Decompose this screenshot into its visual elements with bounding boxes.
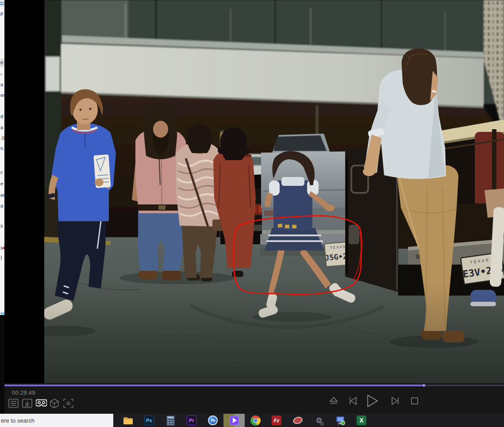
text-fragment: e [0, 181, 3, 186]
chrome-button[interactable] [245, 414, 266, 427]
text-fragment: e [0, 60, 3, 65]
eject-button[interactable] [326, 394, 341, 408]
text-fragment: d [0, 114, 3, 119]
video-viewport[interactable]: TEXAS J5G•201 [44, 0, 504, 383]
file-explorer-button[interactable] [117, 414, 139, 427]
text-fragment: n. [0, 146, 4, 151]
text-fragment: a [0, 204, 3, 208]
my-computer-button[interactable] [330, 414, 351, 427]
movies-and-tv-icon [230, 416, 239, 425]
player-controls: 00:29:49 [4, 383, 504, 414]
gears-icon: ⚙⚙ [314, 415, 324, 426]
previous-button[interactable] [346, 394, 361, 408]
photoshop-icon: Ps [144, 415, 154, 425]
3d-cube-button[interactable] [49, 398, 61, 409]
stop-button[interactable] [407, 394, 422, 408]
media-cutter-icon: ✂ [293, 415, 303, 426]
movies-and-tv-button[interactable] [223, 414, 245, 427]
text-fragment: s [0, 223, 3, 228]
vignette [44, 283, 504, 383]
document-icon [0, 1, 4, 6]
text-fragment: er [0, 193, 4, 198]
next-button[interactable] [388, 394, 403, 408]
timestamp: 00:29:49 [12, 390, 35, 396]
yu-downloader-icon: Yu [208, 415, 218, 425]
folder-icon [123, 415, 133, 426]
progress-bar[interactable] [4, 385, 504, 386]
gears-utility-button[interactable]: ⚙⚙ [308, 414, 330, 427]
premiere-pro-icon: Pr [187, 415, 196, 425]
text-fragment: er [0, 93, 4, 98]
filezilla-icon: Fz [272, 415, 281, 425]
text-fragment: c [0, 170, 3, 175]
progress-playhead[interactable] [423, 384, 425, 387]
calculator-icon [165, 415, 176, 426]
background-window-sliver: p e › a er d a .0 n. c e er a s s ) em [0, 0, 4, 414]
focus-frame-button[interactable] [62, 398, 74, 409]
progress-fill [4, 385, 424, 386]
playlist-button[interactable] [8, 398, 19, 409]
filezilla-button[interactable]: Fz [266, 414, 287, 427]
excel-button[interactable]: X [351, 414, 372, 427]
media-cutter-button[interactable]: ✂ [287, 414, 308, 427]
search-input[interactable]: ere to search [0, 414, 113, 427]
calculator-button[interactable] [160, 414, 181, 427]
taskbar-apps: Ps Pr Yu [117, 414, 372, 427]
play-button[interactable] [365, 394, 380, 408]
photoshop-button[interactable]: Ps [139, 414, 160, 427]
yu-downloader-button[interactable]: Yu [202, 414, 223, 427]
media-player-window: TEXAS J5G•201 [4, 0, 504, 414]
text-fragment: › [0, 72, 2, 77]
text-fragment: p [0, 11, 3, 16]
download-button[interactable] [21, 398, 33, 409]
text-fragment: ) [0, 255, 2, 260]
movie-frame: TEXAS J5G•201 [44, 0, 504, 383]
premiere-pro-button[interactable]: Pr [181, 414, 202, 427]
taskbar: ere to search Ps Pr Yu [0, 414, 504, 427]
desktop: p e › a er d a .0 n. c e er a s s ) em [0, 0, 504, 427]
text-fragment: s [0, 246, 3, 250]
computer-icon [335, 415, 346, 426]
text-fragment: a [0, 125, 3, 130]
text-fragment: a [0, 82, 3, 87]
chrome-icon [250, 415, 261, 426]
text-fragment: .0 [0, 136, 4, 141]
window-dark-area [0, 315, 4, 414]
vr-goggles-button[interactable] [35, 398, 47, 409]
excel-icon: X [357, 415, 366, 425]
